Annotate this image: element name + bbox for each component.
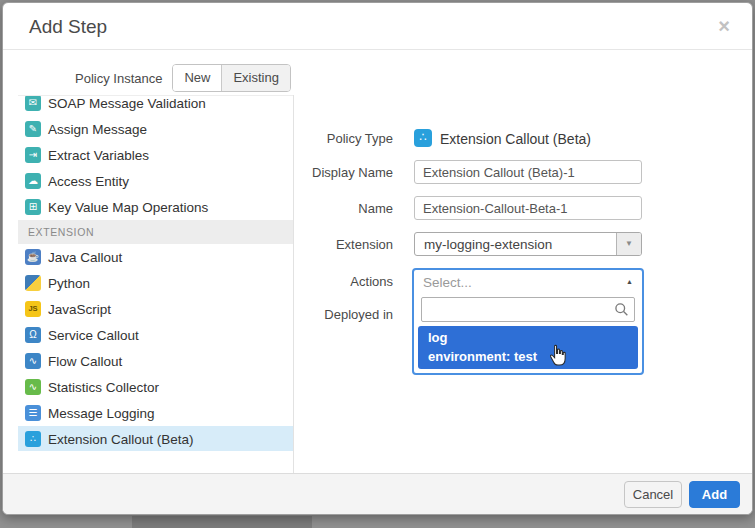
sidebar-item-label: Key Value Map Operations [48, 200, 208, 215]
python-icon [25, 275, 41, 291]
panel-divider [293, 95, 294, 477]
actions-select-placeholder: Select... [423, 275, 472, 290]
extract-variables-icon: ⇥ [25, 147, 41, 163]
name-input[interactable] [414, 196, 642, 220]
display-name-input[interactable] [414, 160, 642, 184]
actions-select[interactable]: Select... ▲ [414, 270, 642, 295]
message-logging-icon: ☰ [25, 405, 41, 421]
actions-label: Actions [298, 274, 393, 289]
sidebar-item-label: Statistics Collector [48, 380, 159, 395]
extension-label: Extension [298, 237, 393, 252]
dialog-header: Add Step × [3, 3, 752, 50]
sidebar-item-extension-callout-beta[interactable]: ∴Extension Callout (Beta) [18, 426, 293, 451]
name-label: Name [298, 201, 393, 216]
sidebar-item-soap-message-validation[interactable]: ✉SOAP Message Validation [18, 95, 293, 116]
policy-type-label: Policy Type [298, 131, 393, 146]
extension-callout-icon: ∴ [414, 129, 432, 147]
key-value-map-operations-icon: ⊞ [25, 199, 41, 215]
sidebar-section-extension: EXTENSION [18, 220, 293, 244]
soap-message-validation-icon: ✉ [25, 95, 41, 111]
cancel-button[interactable]: Cancel [624, 481, 682, 508]
dialog-title: Add Step [29, 16, 107, 38]
chevron-down-icon[interactable]: ▼ [616, 233, 641, 255]
javascript-icon: JS [25, 301, 41, 317]
sidebar-item-javascript[interactable]: JSJavaScript [18, 296, 293, 322]
policy-instance-existing-button[interactable]: Existing [221, 65, 290, 91]
sidebar-item-key-value-map-operations[interactable]: ⊞Key Value Map Operations [18, 194, 293, 220]
policy-type-value: Extension Callout (Beta) [440, 131, 591, 147]
statistics-collector-icon: ∿ [25, 379, 41, 395]
policy-type-list: ✉SOAP Message Validation✎Assign Message⇥… [18, 95, 293, 451]
sidebar-item-statistics-collector[interactable]: ∿Statistics Collector [18, 374, 293, 400]
sidebar-item-access-entity[interactable]: ☁Access Entity [18, 168, 293, 194]
add-step-dialog: Add Step × Policy Instance New Existing … [2, 2, 753, 515]
hand-cursor-icon [546, 344, 569, 367]
java-callout-icon: ☕ [25, 249, 41, 265]
sidebar-item-label: Access Entity [48, 174, 129, 189]
sidebar-item-label: Message Logging [48, 406, 155, 421]
close-icon[interactable]: × [718, 13, 730, 39]
sidebar-item-assign-message[interactable]: ✎Assign Message [18, 116, 293, 142]
sidebar-item-flow-callout[interactable]: ∿Flow Callout [18, 348, 293, 374]
sidebar-item-service-callout[interactable]: ΩService Callout [18, 322, 293, 348]
actions-option[interactable]: log [418, 328, 638, 347]
sidebar-item-label: Extension Callout (Beta) [48, 432, 194, 447]
sidebar-item-label: JavaScript [48, 302, 111, 317]
policy-instance-toggle: New Existing [172, 64, 291, 92]
display-name-label: Display Name [298, 165, 393, 180]
sidebar-item-label: Java Callout [48, 250, 122, 265]
actions-option-highlighted[interactable]: logenvironment: test [418, 326, 638, 369]
chevron-up-icon: ▲ [626, 278, 633, 285]
extension-select-value: my-logging-extension [424, 237, 552, 252]
flow-callout-icon: ∿ [25, 353, 41, 369]
policy-instance-label: Policy Instance [75, 71, 162, 86]
access-entity-icon: ☁ [25, 173, 41, 189]
policy-instance-row: Policy Instance New Existing [75, 64, 291, 92]
sidebar-item-label: Extract Variables [48, 148, 149, 163]
sidebar-item-label: Assign Message [48, 122, 147, 137]
dialog-footer: Cancel Add [3, 473, 752, 514]
sidebar-item-java-callout[interactable]: ☕Java Callout [18, 244, 293, 270]
actions-dropdown: Select... ▲ logenvironment: test [412, 268, 644, 375]
extension-callout-icon: ∴ [25, 431, 41, 447]
sidebar-item-message-logging[interactable]: ☰Message Logging [18, 400, 293, 426]
sidebar-item-python[interactable]: Python [18, 270, 293, 296]
service-callout-icon: Ω [25, 327, 41, 343]
assign-message-icon: ✎ [25, 121, 41, 137]
actions-option[interactable]: environment: test [418, 347, 638, 366]
background-page-strip [132, 516, 312, 528]
sidebar-item-label: Python [48, 276, 90, 291]
sidebar-item-label: SOAP Message Validation [48, 96, 206, 111]
actions-search-input[interactable] [421, 297, 635, 322]
deployed-in-label: Deployed in [298, 307, 393, 322]
policy-instance-new-button[interactable]: New [173, 65, 221, 91]
sidebar-item-extract-variables[interactable]: ⇥Extract Variables [18, 142, 293, 168]
search-icon [614, 302, 629, 317]
sidebar-item-label: Service Callout [48, 328, 139, 343]
sidebar-item-label: Flow Callout [48, 354, 122, 369]
add-button[interactable]: Add [689, 481, 740, 508]
extension-select[interactable]: my-logging-extension ▼ [414, 232, 642, 256]
